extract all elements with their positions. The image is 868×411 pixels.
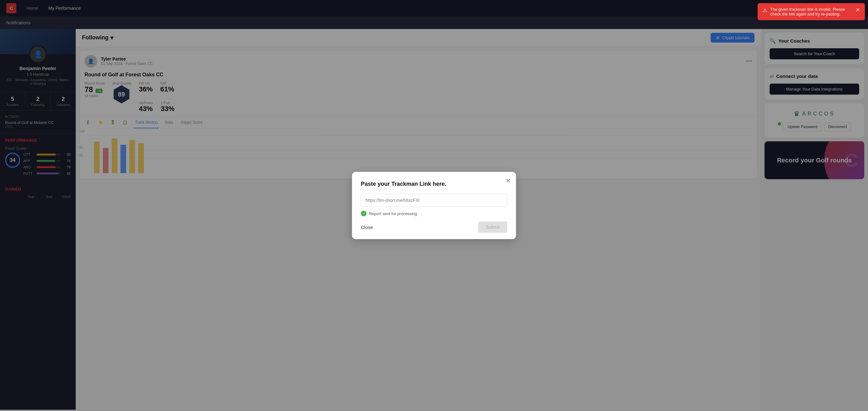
error-close-button[interactable]: ✕ [856,7,860,13]
trackman-url-input[interactable] [361,194,507,207]
modal-close-button[interactable]: Close [361,225,373,230]
warning-icon: ⚠ [763,7,767,13]
modal-close-icon-button[interactable]: ✕ [505,177,511,185]
modal-actions: Close Submit [361,221,507,233]
trackman-modal: Paste your Trackman Link here. ✕ ✓ Repor… [352,172,516,239]
success-text: Report sent for processing [369,211,417,216]
error-message: The given trackman link is invalid. Plea… [770,7,852,17]
modal-title: Paste your Trackman Link here. [361,181,507,187]
success-checkmark: ✓ [361,211,367,216]
modal-overlay: Paste your Trackman Link here. ✕ ✓ Repor… [0,0,868,410]
error-banner: ⚠ The given trackman link is invalid. Pl… [757,3,865,20]
modal-success-message: ✓ Report sent for processing [361,211,507,216]
modal-submit-button[interactable]: Submit [478,221,507,233]
